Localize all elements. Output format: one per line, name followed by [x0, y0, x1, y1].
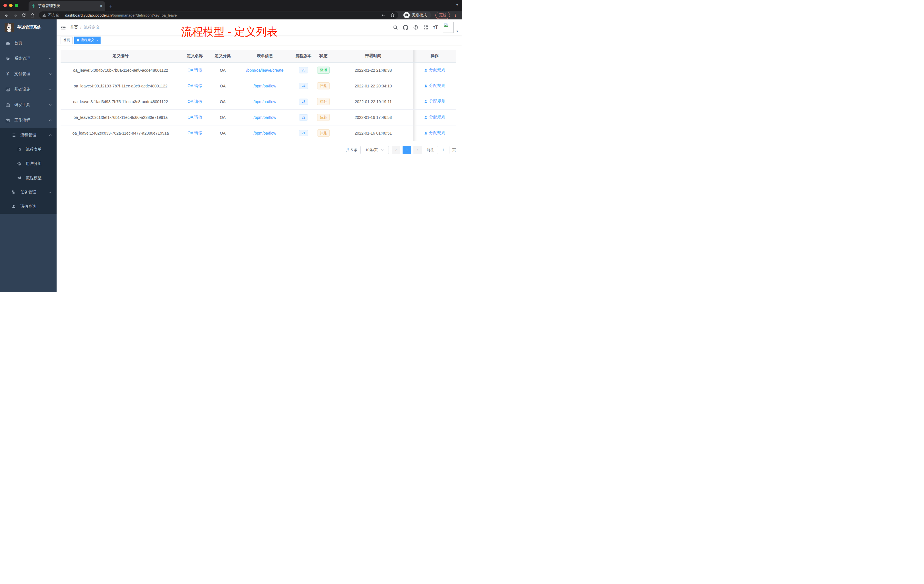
address-bar[interactable]: 不安全 | dashboard.yudao.iocoder.cn/bpm/man…	[39, 12, 398, 19]
col-header-status: 状态	[314, 50, 333, 62]
navbar-right-tools: TT ▾	[393, 22, 458, 33]
col-header-process-version: 流程版本	[294, 50, 314, 62]
sidebar-item-process-model[interactable]: 流程模型	[0, 171, 56, 185]
forward-icon[interactable]	[12, 12, 19, 18]
breadcrumb-home[interactable]: 首页	[70, 25, 78, 30]
chevron-down-icon	[49, 103, 52, 107]
col-header-deploy-time: 部署时间	[333, 50, 413, 62]
definition-name-link[interactable]: OA 请假	[187, 99, 202, 104]
window-minimize-button[interactable]	[9, 4, 13, 7]
browser-menu-icon[interactable]: ⋮	[452, 13, 459, 17]
github-icon[interactable]	[403, 25, 408, 30]
home-icon[interactable]	[28, 12, 36, 18]
deploy-time: 2022-01-16 01:40:51	[333, 125, 413, 141]
tab-title: 芋道管理系统	[38, 3, 98, 8]
sidebar-item-leave-query[interactable]: 请假查询	[0, 200, 56, 214]
definition-table: 定义编号 定义名称 定义分类 表单信息 流程版本 状态 部署时间 操作 oa_l…	[61, 50, 456, 141]
form-link[interactable]: /bpm/oa/flow	[253, 115, 276, 120]
version-badge: v2	[299, 114, 308, 120]
sidebar-item-infrastructure[interactable]: 基础设施	[0, 82, 56, 97]
status-badge: 挂起	[317, 129, 330, 137]
page-number-current[interactable]: 1	[403, 146, 411, 154]
fullscreen-icon[interactable]	[423, 25, 428, 30]
definition-category: OA	[209, 125, 236, 141]
sidebar-item-label: 流程表单	[26, 147, 42, 152]
security-warning-icon[interactable]	[42, 13, 46, 17]
tag-process-definition[interactable]: 流程定义 ×	[74, 36, 101, 44]
bookmark-star-icon[interactable]	[390, 13, 395, 17]
version-badge: v3	[299, 99, 308, 105]
search-icon[interactable]	[393, 25, 398, 30]
form-link[interactable]: /bpm/oa/leave/create	[246, 68, 284, 73]
back-icon[interactable]	[3, 12, 10, 18]
page-content: 定义编号 定义名称 定义分类 表单信息 流程版本 状态 部署时间 操作 oa_l…	[56, 45, 462, 154]
app-logo-rabbit-image	[5, 23, 14, 32]
sidebar-item-workflow[interactable]: 工作流程	[0, 112, 56, 128]
sidebar-item-label: 首页	[14, 41, 22, 46]
sidebar: 芋道管理系统 首页 系统管理 ¥ 支付管理 基础设施	[0, 20, 56, 292]
tag-home[interactable]: 首页	[61, 36, 73, 44]
sidebar-item-home[interactable]: 首页	[0, 35, 56, 51]
sidebar-item-user-group[interactable]: 用户分组	[0, 157, 56, 171]
sidebar-toggle-hamburger-icon[interactable]	[61, 25, 66, 30]
definition-name-link[interactable]: OA 请假	[187, 68, 202, 72]
chevron-down-icon	[49, 72, 52, 76]
sidebar-item-system[interactable]: 系统管理	[0, 51, 56, 66]
sidebar-item-payment[interactable]: ¥ 支付管理	[0, 66, 56, 82]
sidebar-item-task-management[interactable]: 任务管理	[0, 185, 56, 200]
total-count: 共 5 条	[346, 147, 357, 153]
security-label: 不安全	[48, 13, 59, 18]
assign-rule-button[interactable]: 分配规则	[424, 115, 445, 120]
assign-user-icon	[424, 100, 428, 104]
chevron-up-icon	[49, 119, 52, 122]
assign-user-icon	[424, 84, 428, 88]
definition-category: OA	[209, 62, 236, 78]
select-caret-icon	[381, 148, 384, 152]
col-header-definition-id: 定义编号	[61, 50, 181, 62]
avatar-caret-icon[interactable]: ▾	[456, 30, 458, 33]
form-link[interactable]: /bpm/oa/flow	[253, 84, 276, 88]
avatar[interactable]	[443, 22, 454, 33]
form-edit-icon	[16, 147, 22, 152]
sidebar-item-process-management[interactable]: 流程管理	[0, 128, 56, 142]
tag-close-icon[interactable]: ×	[96, 39, 98, 42]
sidebar-item-label: 工作流程	[14, 118, 30, 123]
assign-rule-button[interactable]: 分配规则	[424, 68, 445, 73]
window-maximize-button[interactable]	[15, 4, 18, 7]
assign-rule-button[interactable]: 分配规则	[424, 99, 445, 104]
deploy-time: 2022-01-16 17:46:53	[333, 109, 413, 125]
new-tab-button[interactable]: +	[105, 3, 117, 11]
url-text: dashboard.yudao.iocoder.cn/bpm/manager/d…	[65, 13, 377, 17]
form-link[interactable]: /bpm/oa/flow	[253, 131, 276, 135]
font-size-icon[interactable]: TT	[433, 25, 438, 30]
help-icon[interactable]	[413, 25, 418, 30]
definition-id: oa_leave:3:1fad3d93-7b75-11ec-a3c8-acde4…	[61, 94, 181, 109]
favicon-plant-icon	[31, 4, 36, 8]
page-size-select[interactable]: 10条/页	[360, 146, 389, 154]
password-key-icon[interactable]	[381, 13, 386, 17]
definition-name-link[interactable]: OA 请假	[187, 115, 202, 119]
window-close-button[interactable]	[3, 4, 7, 7]
paper-plane-icon	[16, 175, 22, 181]
incognito-badge: 无痕模式	[403, 12, 431, 19]
sidebar-item-label: 用户分组	[26, 161, 42, 166]
prev-page-button[interactable]: ‹	[392, 146, 400, 154]
reload-icon[interactable]	[20, 12, 27, 18]
tab-close-icon[interactable]: ×	[100, 4, 102, 8]
sidebar-item-dev-tools[interactable]: 研发工具	[0, 97, 56, 112]
next-page-button[interactable]: ›	[413, 146, 422, 154]
sidebar-item-process-form[interactable]: 流程表单	[0, 142, 56, 157]
goto-page-input[interactable]	[437, 146, 449, 154]
definition-id: oa_leave:2:3c1f0ef1-76b1-11ec-9c66-a2380…	[61, 109, 181, 125]
form-link[interactable]: /bpm/oa/flow	[253, 99, 276, 104]
browser-tab[interactable]: 芋道管理系统 ×	[28, 1, 105, 11]
definition-name-link[interactable]: OA 请假	[187, 83, 202, 88]
assign-rule-button[interactable]: 分配规则	[424, 130, 445, 135]
browser-tab-strip: 芋道管理系统 × + ▾	[0, 0, 462, 11]
assign-rule-button[interactable]: 分配规则	[424, 83, 445, 88]
app-logo-row[interactable]: 芋道管理系统	[0, 20, 56, 35]
browser-update-button[interactable]: 更新	[436, 12, 450, 19]
yen-icon: ¥	[5, 71, 10, 77]
definition-name-link[interactable]: OA 请假	[187, 130, 202, 135]
tab-search-caret-icon[interactable]: ▾	[456, 3, 458, 7]
